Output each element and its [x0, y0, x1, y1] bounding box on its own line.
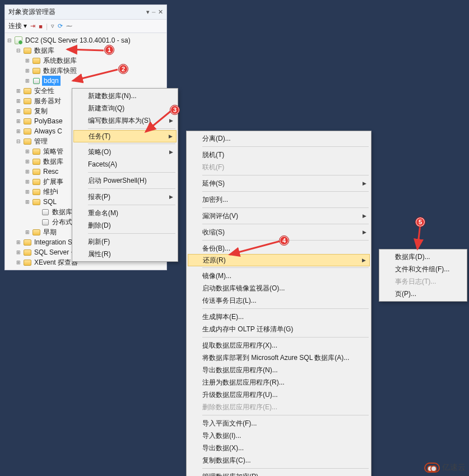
folder-icon — [24, 128, 31, 135]
folder-icon — [32, 68, 40, 74]
menu-separator — [88, 172, 175, 173]
connect-button[interactable]: 连接 ▾ — [8, 21, 27, 31]
menu-separator — [88, 128, 175, 129]
mi-new-query[interactable]: 新建查询(Q) — [73, 102, 177, 114]
chevron-right-icon: ▶ — [169, 194, 173, 200]
mi-deploy-azure[interactable]: 将数据库部署到 Microsoft Azure SQL 数据库(A)... — [188, 352, 370, 364]
panel-toolbar: 连接 ▾ ⇥ ■ | ▿ ⟳ ⁓ — [5, 19, 166, 33]
menu-separator — [202, 175, 369, 175]
folder-icon — [24, 260, 31, 266]
mi-new-database[interactable]: 新建数据库(N)... — [73, 90, 177, 102]
stop-icon[interactable]: ■ — [39, 23, 43, 30]
tree-snapshot[interactable]: ⊞数据库快照 — [6, 66, 165, 76]
chevron-right-icon: ▶ — [169, 149, 173, 155]
mi-properties[interactable]: 属性(R) — [73, 248, 177, 260]
activity-icon[interactable]: ⁓ — [66, 22, 72, 30]
menu-separator — [202, 308, 369, 309]
mi-import-flat[interactable]: 导入平面文件(F)... — [188, 417, 370, 429]
mi-delete[interactable]: 删除(D) — [73, 219, 177, 232]
callout-badge-2: 2 — [118, 64, 128, 74]
mi-oltp[interactable]: 生成内存中 OLTP 迁移清单(G) — [188, 323, 370, 335]
menu-separator — [202, 224, 369, 224]
folder-icon — [32, 199, 40, 205]
mi-restore-database[interactable]: 数据库(D)... — [380, 251, 466, 263]
chevron-right-icon: ▶ — [169, 133, 173, 139]
menu-separator — [202, 337, 369, 338]
mi-copy-db[interactable]: 复制数据库(C)... — [188, 454, 370, 466]
mi-upgrade-dac[interactable]: 升级数据层应用程序(U)... — [188, 389, 370, 401]
menu-separator — [202, 146, 369, 147]
menu-separator — [202, 267, 369, 268]
folder-icon — [24, 88, 31, 94]
mi-restore[interactable]: 还原(R)▶ — [188, 254, 370, 266]
tree-sysdb[interactable]: ⊞系统数据库 — [6, 56, 165, 66]
folder-icon — [32, 189, 40, 195]
mi-tasks[interactable]: 任务(T)▶ — [73, 130, 177, 142]
pin-icon[interactable]: ⏤ — [152, 8, 156, 16]
mi-delete-dac: 删除数据层应用程序(E)... — [188, 401, 370, 413]
context-menu-restore: 数据库(D)... 文件和文件组(F)... 事务日志(T)... 页(P)..… — [379, 249, 467, 302]
mi-backup[interactable]: 备份(B)... — [188, 242, 370, 255]
chevron-right-icon: ▶ — [362, 257, 366, 263]
mi-import-data[interactable]: 导入数据(I)... — [188, 429, 370, 442]
mi-facets[interactable]: Facets(A) — [73, 158, 177, 170]
close-icon[interactable]: ✕ — [158, 8, 163, 16]
dropdown-icon[interactable]: ▾ — [146, 8, 150, 16]
chevron-right-icon: ▶ — [363, 229, 366, 235]
mail-icon — [42, 209, 49, 215]
folder-icon — [24, 98, 31, 104]
panel-title-bar: 对象资源管理器 ▾ ⏤ ✕ — [5, 5, 166, 19]
tree-bdqn[interactable]: ⊞bdqn — [6, 76, 165, 86]
mi-script-db[interactable]: 编写数据库脚本为(S)▶ — [73, 114, 177, 127]
mi-vuln[interactable]: 漏洞评估(V)▶ — [188, 210, 370, 222]
menu-separator — [88, 233, 175, 234]
mi-extend[interactable]: 延伸(S)▶ — [188, 177, 370, 190]
folder-icon — [32, 179, 40, 185]
folder-icon — [24, 138, 31, 145]
mi-export-data[interactable]: 导出数据(X)... — [188, 442, 370, 454]
mi-encrypt[interactable]: 加密列... — [188, 193, 370, 206]
mi-powershell[interactable]: 启动 PowerShell(H) — [73, 174, 177, 187]
mi-refresh[interactable]: 刷新(F) — [73, 235, 177, 248]
callout-badge-5: 5 — [415, 217, 425, 227]
mi-manage-enc[interactable]: 管理数据库加密(P)... — [188, 470, 370, 476]
tree-databases[interactable]: ⊟数据库 — [6, 45, 165, 56]
mi-rename[interactable]: 重命名(M) — [73, 207, 177, 219]
mi-reports[interactable]: 报表(P)▶ — [73, 191, 177, 203]
mi-register-dac[interactable]: 注册为数据层应用程序(R)... — [188, 376, 370, 389]
mi-detach[interactable]: 分离(D)... — [188, 132, 370, 145]
cloud-icon — [424, 463, 440, 473]
context-menu-tasks: 分离(D)... 脱机(T) 联机(F) 延伸(S)▶ 加密列... 漏洞评估(… — [186, 131, 372, 476]
watermark: 亿速云 — [424, 463, 466, 473]
folder-icon — [32, 58, 40, 64]
folder-icon — [32, 149, 40, 155]
mi-mirror[interactable]: 镜像(M)... — [188, 270, 370, 282]
mi-gen-scripts[interactable]: 生成脚本(E)... — [188, 311, 370, 323]
mi-restore-page[interactable]: 页(P)... — [380, 288, 466, 300]
panel-title: 对象资源管理器 — [8, 7, 143, 17]
callout-badge-1: 1 — [104, 45, 114, 55]
folder-icon — [24, 249, 31, 256]
selected-db-label: bdqn — [42, 76, 61, 86]
mi-restore-files[interactable]: 文件和文件组(F)... — [380, 263, 466, 275]
mi-mirror-monitor[interactable]: 启动数据库镜像监视器(O)... — [188, 282, 370, 294]
folder-icon — [24, 108, 31, 114]
folder-icon — [32, 229, 40, 235]
callout-badge-3: 3 — [170, 105, 180, 115]
folder-icon — [24, 118, 31, 124]
folder-icon — [24, 239, 31, 246]
mi-ship-log[interactable]: 传送事务日志(L)... — [188, 294, 370, 307]
folder-icon — [24, 48, 31, 54]
refresh-icon[interactable]: ⟳ — [58, 22, 63, 30]
filter-icon[interactable]: ▿ — [51, 22, 54, 30]
mi-policies[interactable]: 策略(O)▶ — [73, 146, 177, 158]
tree-server[interactable]: ⊟DC2 (SQL Server 13.0.4001.0 - sa) — [6, 35, 165, 45]
folder-icon — [32, 159, 40, 165]
callout-badge-4: 4 — [279, 235, 289, 246]
disconnect-icon[interactable]: ⇥ — [30, 22, 35, 30]
mi-export-dac[interactable]: 导出数据层应用程序(N)... — [188, 364, 370, 376]
menu-separator — [202, 415, 369, 415]
mi-extract-dac[interactable]: 提取数据层应用程序(X)... — [188, 339, 370, 352]
mi-shrink[interactable]: 收缩(S)▶ — [188, 226, 370, 238]
mi-offline[interactable]: 脱机(T) — [188, 149, 370, 161]
